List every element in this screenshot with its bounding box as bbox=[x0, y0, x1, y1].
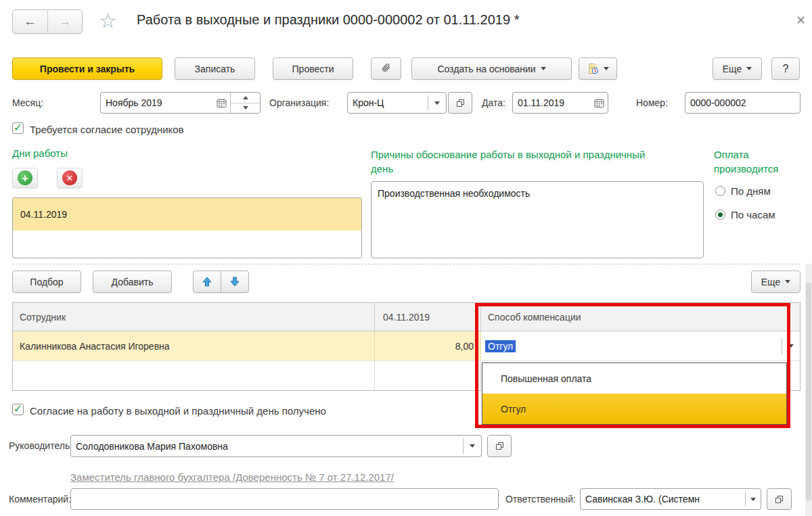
chevron-down-icon bbox=[785, 280, 790, 283]
dropdown-option-raise-pay[interactable]: Повышенная оплата bbox=[482, 363, 786, 394]
month-spinner bbox=[230, 93, 260, 113]
consent-required-label: Требуется согласие сотрудников bbox=[30, 124, 184, 135]
chevron-down-icon bbox=[604, 67, 609, 70]
dropdown-option-label: Отгул bbox=[501, 404, 526, 415]
document-clock-icon bbox=[587, 63, 599, 74]
consent-required-checkbox[interactable] bbox=[12, 122, 24, 134]
vertical-scrollbar[interactable] bbox=[805, 264, 812, 516]
manager-input[interactable] bbox=[71, 436, 463, 456]
manager-field bbox=[70, 435, 482, 457]
help-label: ? bbox=[783, 63, 789, 75]
back-button[interactable]: ← bbox=[13, 10, 47, 33]
date-input[interactable] bbox=[513, 93, 590, 113]
column-header-label: Способ компенсации bbox=[488, 312, 581, 323]
favorite-star-icon[interactable]: ☆ bbox=[99, 11, 117, 31]
post-and-close-button[interactable]: Провести и закрыть bbox=[12, 57, 162, 80]
close-icon[interactable]: ✕ bbox=[796, 13, 806, 28]
write-button[interactable]: Записать bbox=[175, 57, 255, 80]
more-label: Еще bbox=[723, 64, 742, 74]
work-days-list[interactable]: 04.11.2019 bbox=[12, 197, 362, 258]
work-days-label: Дни работы bbox=[12, 147, 68, 159]
organization-dropdown-button[interactable] bbox=[428, 93, 446, 113]
responsible-field bbox=[580, 488, 761, 510]
move-down-button[interactable] bbox=[221, 271, 249, 293]
number-label: Номер: bbox=[636, 97, 668, 108]
column-header-label: 04.11.2019 bbox=[383, 312, 430, 323]
table-row: Калинникова Анастасия Игоревна 8,00 Отгу… bbox=[13, 331, 800, 361]
organization-label: Организация: bbox=[269, 97, 329, 108]
post-and-close-label: Провести и закрыть bbox=[40, 64, 135, 74]
arrow-down-icon bbox=[230, 277, 240, 287]
radio-by-days-label: По дням bbox=[731, 185, 771, 197]
scrollbar-thumb[interactable] bbox=[806, 283, 811, 500]
employee-cell[interactable]: Калинникова Анастасия Игоревна bbox=[13, 331, 375, 360]
responsible-open-button[interactable] bbox=[767, 488, 792, 510]
more-button[interactable]: Еще bbox=[713, 57, 762, 80]
calendar-icon[interactable] bbox=[212, 93, 230, 113]
radio-by-hours[interactable]: По часам bbox=[715, 209, 775, 220]
add-row-button[interactable]: Добавить bbox=[93, 271, 172, 293]
consent-received-label: Согласие на работу в выходной и празднич… bbox=[30, 405, 326, 417]
reason-label: Причины обоснование работы в выходной и … bbox=[371, 147, 663, 176]
table-more-button[interactable]: Еще bbox=[751, 271, 800, 293]
forward-arrow-icon: → bbox=[59, 14, 72, 29]
responsible-dropdown-button[interactable] bbox=[746, 489, 761, 509]
document-form-window: ← → ☆ Работа в выходные и праздники 0000… bbox=[0, 0, 812, 516]
column-header-date[interactable]: 04.11.2019 bbox=[375, 303, 481, 331]
manager-open-button[interactable] bbox=[487, 435, 512, 457]
create-based-on-button[interactable]: Создать на основании bbox=[411, 57, 572, 80]
cross-icon: ✕ bbox=[62, 170, 77, 185]
spinner-down-button[interactable] bbox=[231, 103, 260, 114]
spinner-up-icon bbox=[243, 96, 248, 99]
payment-label: Оплата производится bbox=[714, 147, 802, 176]
compensation-dropdown-button[interactable] bbox=[782, 344, 800, 348]
empty-cell bbox=[13, 361, 375, 391]
compensation-combo-cell[interactable]: Отгул bbox=[481, 331, 800, 360]
create-document-menu-button[interactable] bbox=[579, 57, 617, 80]
chevron-down-icon bbox=[750, 498, 756, 501]
work-day-date: 04.11.2019 bbox=[20, 209, 67, 220]
manager-dropdown-button[interactable] bbox=[464, 436, 481, 456]
page-title: Работа в выходные и праздники 0000-00000… bbox=[137, 12, 519, 28]
radio-by-days[interactable]: По дням bbox=[715, 185, 771, 197]
create-based-on-label: Создать на основании bbox=[437, 64, 535, 74]
column-header-employee[interactable]: Сотрудник bbox=[13, 303, 375, 331]
date-field bbox=[512, 92, 608, 114]
reason-text: Производственная необходимость bbox=[378, 188, 530, 199]
calendar-icon[interactable] bbox=[590, 93, 608, 113]
help-button[interactable]: ? bbox=[771, 57, 800, 80]
organization-open-button[interactable] bbox=[448, 92, 472, 114]
column-header-label: Сотрудник bbox=[20, 312, 66, 323]
manager-label: Руководитель: bbox=[9, 440, 72, 451]
hours-cell[interactable]: 8,00 bbox=[375, 331, 481, 360]
comment-input[interactable] bbox=[71, 489, 498, 509]
compensation-dropdown-list: Повышенная оплата Отгул bbox=[482, 362, 787, 425]
date-label: Дата: bbox=[482, 97, 505, 108]
organization-input[interactable] bbox=[348, 93, 428, 113]
reason-textarea[interactable]: Производственная необходимость bbox=[371, 181, 704, 258]
work-day-item-selected[interactable]: 04.11.2019 bbox=[13, 198, 361, 231]
dropdown-option-time-off[interactable]: Отгул bbox=[482, 394, 786, 424]
move-up-button[interactable] bbox=[193, 271, 221, 293]
empty-cell bbox=[375, 361, 481, 391]
forward-button[interactable]: → bbox=[47, 10, 82, 33]
open-window-icon bbox=[775, 495, 784, 504]
radio-by-hours-label: По часам bbox=[731, 209, 775, 220]
column-header-compensation[interactable]: Способ компенсации bbox=[481, 303, 800, 331]
post-button[interactable]: Провести bbox=[273, 57, 353, 80]
employee-name: Калинникова Анастасия Игоревна bbox=[20, 341, 170, 352]
arrow-up-icon bbox=[202, 277, 212, 287]
number-input[interactable] bbox=[685, 93, 800, 113]
delete-day-button[interactable]: ✕ bbox=[57, 168, 83, 188]
spinner-up-button[interactable] bbox=[231, 93, 260, 103]
responsible-input[interactable] bbox=[581, 489, 745, 509]
spinner-down-icon bbox=[243, 106, 248, 110]
add-day-button[interactable]: + bbox=[12, 168, 38, 188]
pick-button[interactable]: Подбор bbox=[12, 271, 81, 293]
number-field bbox=[685, 92, 800, 114]
attachments-button[interactable] bbox=[371, 57, 401, 80]
authority-link[interactable]: Заместитель главного бухгалтера /Доверен… bbox=[70, 471, 394, 483]
consent-received-checkbox[interactable] bbox=[12, 404, 24, 415]
month-input[interactable] bbox=[101, 93, 212, 113]
back-arrow-icon: ← bbox=[24, 14, 37, 29]
